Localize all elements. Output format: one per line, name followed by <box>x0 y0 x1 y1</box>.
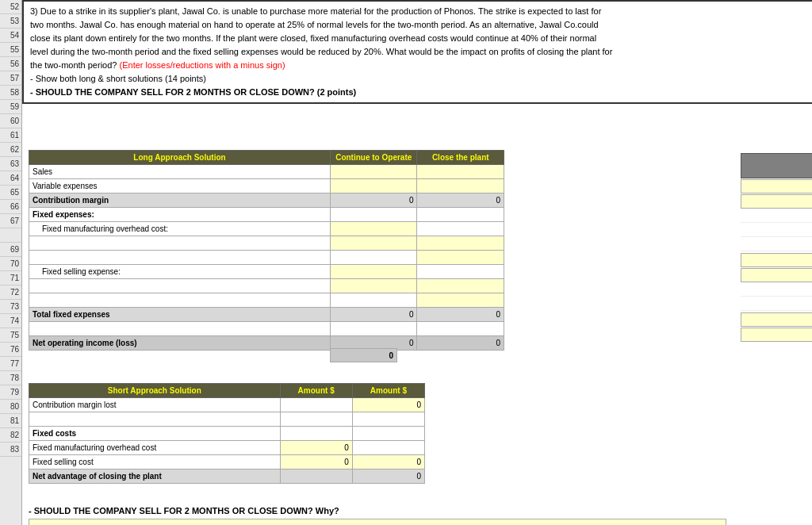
empty-66-continue <box>331 293 417 308</box>
problem-line-1: 3) Due to a strike in its supplier's pla… <box>30 5 812 18</box>
fixed-selling-close-empty <box>417 265 504 279</box>
short-fixed-mfg-col1[interactable] <box>280 441 352 455</box>
row-numbers-column: 52 53 54 55 56 57 58 59 60 61 62 63 64 6… <box>0 0 22 525</box>
fixed-costs-col2 <box>352 427 424 441</box>
empty-63-close[interactable] <box>417 251 504 265</box>
short-fixed-selling-col1[interactable] <box>280 455 352 469</box>
variable-expenses-label: Variable expenses <box>29 179 331 194</box>
fixed-exp-close-empty <box>417 208 504 222</box>
net-operating-close: 0 <box>417 336 504 351</box>
table-row: Variable expenses <box>29 179 504 194</box>
empty-65-label <box>29 279 331 293</box>
row-num-55: 55 <box>0 43 21 57</box>
empty-62-label <box>29 236 331 251</box>
empty-65-close[interactable] <box>417 279 504 293</box>
row-num-68 <box>0 228 21 243</box>
empty-68-label <box>29 322 331 336</box>
explanation-row-66[interactable] <box>741 328 812 342</box>
total-fixed-label: Total fixed expenses <box>29 308 331 322</box>
table-row: Contribution margin 0 0 <box>29 194 504 208</box>
row-num-74: 74 <box>0 314 21 328</box>
explanation-empty-61 <box>741 237 812 251</box>
var-exp-continue-input[interactable] <box>331 179 417 194</box>
cm-lost-col2[interactable] <box>352 398 424 412</box>
explanation-row-58[interactable] <box>741 194 812 209</box>
table-row: Fixed expenses: <box>29 208 504 222</box>
short-approach-col2: Amount $ <box>352 384 424 398</box>
row-num-81: 81 <box>0 414 21 428</box>
fixed-selling-label: Fixed selling expense: <box>29 265 331 279</box>
short-approach-table: Short Approach Solution Amount $ Amount … <box>29 383 425 484</box>
empty-63-label <box>29 251 331 265</box>
cm-lost-col1 <box>280 398 352 412</box>
row-num-54: 54 <box>0 29 21 43</box>
left-tables-area: Long Approach Solution Continue to Opera… <box>29 147 734 525</box>
short-approach-title: Short Approach Solution <box>29 384 281 398</box>
problem-line-3: close its plant down entirely for the tw… <box>30 32 812 45</box>
explanation-empty-59 <box>741 209 812 223</box>
long-approach-title: Long Approach Solution <box>29 151 331 165</box>
long-approach-col-close: Close the plant <box>417 151 504 165</box>
table-row: Fixed costs <box>29 427 425 441</box>
contribution-margin-continue: 0 <box>331 194 417 208</box>
empty-62-close[interactable] <box>417 236 504 251</box>
row-num-77: 77 <box>0 357 21 371</box>
net-operating-label: Net operating income (loss) <box>29 336 331 351</box>
explanation-row-65[interactable] <box>741 312 812 327</box>
table-row: Fixed selling expense: <box>29 265 504 279</box>
should-textarea[interactable] <box>29 519 726 525</box>
problem-line-6: - Show both long & short solutions (14 p… <box>30 72 812 86</box>
explanation-row-62[interactable] <box>741 253 812 267</box>
table-row <box>29 279 504 293</box>
row-num-82: 82 <box>0 428 21 443</box>
should-label: - SHOULD THE COMPANY SELL FOR 2 MONTHS O… <box>29 506 726 515</box>
empty-66-close[interactable] <box>417 293 504 308</box>
sales-continue-input[interactable] <box>331 165 417 179</box>
spacer-53 <box>22 104 812 118</box>
empty-62-continue[interactable] <box>331 236 417 251</box>
short-fixed-mfg-label: Fixed manufacturing overhead cost <box>29 441 281 455</box>
main-content: 3) Due to a strike in its supplier's pla… <box>22 0 812 525</box>
net-advantage-col1 <box>280 469 352 484</box>
var-exp-close-input[interactable] <box>417 179 504 194</box>
problem-line5-text: the two-month period? <box>30 60 120 70</box>
row-num-72: 72 <box>0 285 21 300</box>
cm-lost-label: Contribution margin lost <box>29 398 281 412</box>
short-approach-col1: Amount $ <box>280 384 352 398</box>
row-num-79: 79 <box>0 385 21 400</box>
row-num-61: 61 <box>0 128 21 143</box>
table-row: Contribution margin lost <box>29 398 425 412</box>
net-extra-row: 0 <box>330 348 397 362</box>
table-row: Sales <box>29 165 504 179</box>
empty-66-label <box>29 293 331 308</box>
row-num-53: 53 <box>0 14 21 29</box>
empty-65-continue[interactable] <box>331 279 417 293</box>
fixed-mfg-continue-input[interactable] <box>331 222 417 236</box>
row-num-70: 70 <box>0 257 21 271</box>
spacer-70 <box>29 362 734 377</box>
table-row: Fixed manufacturing overhead cost <box>29 441 425 455</box>
row-num-65: 65 <box>0 186 21 200</box>
explanation-empty-60 <box>741 223 812 237</box>
problem-line-7: - SHOULD THE COMPANY SELL FOR 2 MONTHS O… <box>30 86 812 99</box>
row-num-64: 64 <box>0 171 21 186</box>
table-row: Fixed manufacturing overhead cost: <box>29 222 504 236</box>
row-num-66: 66 <box>0 200 21 214</box>
fixed-expenses-header: Fixed expenses: <box>29 208 331 222</box>
explanation-header: Explanation <box>741 153 812 178</box>
problem-line-4: level during the two-month period and th… <box>30 45 812 59</box>
short-fixed-selling-col2[interactable] <box>352 455 424 469</box>
row-num-69: 69 <box>0 243 21 257</box>
fixed-mfg-close-empty <box>417 222 504 236</box>
row-num-78: 78 <box>0 371 21 385</box>
explanation-row-63[interactable] <box>741 268 812 282</box>
row-num-83: 83 <box>0 443 21 457</box>
short-fixed-mfg-col2 <box>352 441 424 455</box>
should-section: - SHOULD THE COMPANY SELL FOR 2 MONTHS O… <box>29 501 734 525</box>
explanation-row-57[interactable] <box>741 179 812 194</box>
row-num-73: 73 <box>0 300 21 314</box>
fixed-selling-continue-input[interactable] <box>331 265 417 279</box>
sales-close-input[interactable] <box>417 165 504 179</box>
problem-line-5: the two-month period? (Enter losses/redu… <box>30 59 812 72</box>
contribution-margin-label: Contribution margin <box>29 194 331 208</box>
